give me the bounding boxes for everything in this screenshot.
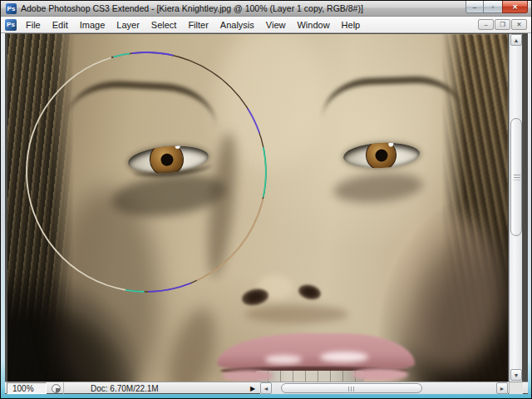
- photoshop-window: Ps Adobe Photoshop CS3 Extended - [Kiera…: [0, 0, 532, 399]
- close-button[interactable]: ✕: [502, 1, 528, 13]
- status-timer-button[interactable]: [48, 382, 64, 394]
- menu-item-image[interactable]: Image: [74, 18, 111, 32]
- window-frame: Ps Adobe Photoshop CS3 Extended - [Kiera…: [1, 1, 531, 398]
- status-flyout-arrow-icon[interactable]: ▶: [247, 382, 259, 394]
- vertical-scroll-thumb[interactable]: [510, 118, 522, 236]
- document-client-area: ▲ ▼ 100% Doc: 6.70M/22.1M ▶ ◄ ►: [5, 33, 528, 394]
- menu-item-view[interactable]: View: [260, 18, 292, 32]
- document-window-controls: – ❐ ✕: [478, 19, 527, 30]
- thumb-grip-icon: [348, 387, 356, 392]
- horizontal-scroll-thumb[interactable]: [281, 383, 422, 393]
- image-canvas[interactable]: [7, 34, 508, 382]
- doc-restore-button[interactable]: ❐: [495, 19, 510, 30]
- timer-pie-icon: [52, 384, 61, 393]
- menu-item-edit[interactable]: Edit: [47, 18, 74, 32]
- photoshop-app-icon: Ps: [6, 3, 17, 14]
- scroll-down-arrow-icon[interactable]: ▼: [510, 369, 522, 381]
- window-title: Adobe Photoshop CS3 Extended - [Kiera Kn…: [21, 3, 363, 13]
- window-controls: – ▫ ✕: [466, 1, 528, 14]
- horizontal-scrollbar[interactable]: ◄ ►: [260, 382, 508, 394]
- doc-minimize-button[interactable]: –: [478, 19, 494, 30]
- scroll-left-arrow-icon[interactable]: ◄: [260, 382, 272, 394]
- title-bar[interactable]: Ps Adobe Photoshop CS3 Extended - [Kiera…: [1, 1, 531, 17]
- scroll-right-arrow-icon[interactable]: ►: [496, 382, 508, 394]
- document-size-info[interactable]: Doc: 6.70M/22.1M: [66, 382, 245, 394]
- scrollbar-corner: [509, 382, 523, 394]
- status-bar: 100% Doc: 6.70M/22.1M ▶ ◄ ►: [5, 382, 528, 393]
- minimize-button[interactable]: –: [466, 1, 484, 13]
- menu-item-filter[interactable]: Filter: [182, 18, 214, 32]
- selection-circle-overlay: [7, 34, 508, 382]
- menu-item-select[interactable]: Select: [145, 18, 183, 32]
- thumb-grip-icon: [514, 175, 520, 180]
- menu-item-window[interactable]: Window: [291, 18, 335, 32]
- maximize-button[interactable]: ▫: [484, 1, 502, 13]
- menu-item-layer[interactable]: Layer: [111, 18, 145, 32]
- menu-bar: Ps File Edit Image Layer Select Filter A…: [1, 17, 531, 33]
- menu-item-analysis[interactable]: Analysis: [214, 18, 260, 32]
- doc-close-button[interactable]: ✕: [511, 19, 527, 30]
- vertical-scrollbar[interactable]: ▲ ▼: [509, 34, 522, 382]
- menu-item-file[interactable]: File: [20, 18, 47, 32]
- scroll-up-arrow-icon[interactable]: ▲: [510, 34, 522, 46]
- zoom-level-field[interactable]: 100%: [7, 382, 47, 394]
- document-icon[interactable]: Ps: [5, 19, 17, 31]
- menu-item-help[interactable]: Help: [336, 18, 367, 32]
